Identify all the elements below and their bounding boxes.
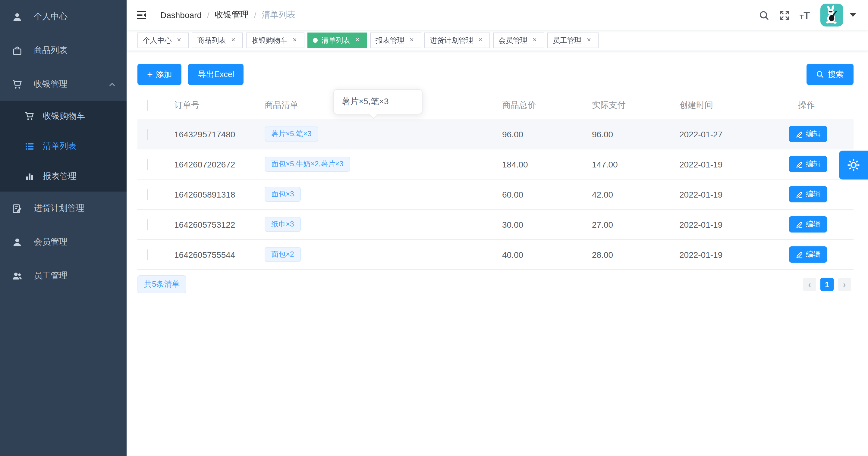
sidebar-toggle-hamburger-icon[interactable] (135, 9, 148, 21)
close-icon[interactable]: × (585, 36, 593, 44)
sidebar-item-reports[interactable]: 报表管理 (0, 161, 127, 192)
paid-amount: 28.00 (592, 250, 679, 259)
sidebar-item-products[interactable]: 商品列表 (0, 34, 127, 67)
close-icon[interactable]: × (407, 36, 416, 44)
search-icon[interactable] (758, 9, 770, 21)
sidebar-item-label: 清单列表 (43, 141, 76, 152)
tab-purchase-plan[interactable]: 进货计划管理× (424, 33, 490, 48)
tab-profile[interactable]: 个人中心× (137, 33, 189, 48)
tooltip-text: 薯片×5,笔×3 (342, 96, 389, 106)
breadcrumb-separator: / (207, 10, 210, 20)
row-checkbox[interactable] (147, 129, 148, 139)
items-tag[interactable]: 面包×2 (265, 247, 301, 262)
tab-label: 商品列表 (197, 33, 226, 47)
created-date: 2022-01-19 (679, 250, 789, 259)
prev-page-button[interactable]: ‹ (803, 278, 816, 291)
close-icon[interactable]: × (175, 36, 183, 44)
col-header-paid: 实际支付 (592, 100, 679, 111)
tab-reports[interactable]: 报表管理× (370, 33, 421, 48)
sidebar-item-label: 收银管理 (34, 79, 67, 90)
order-no: 1642605891318 (174, 190, 265, 199)
breadcrumb: Dashboard / 收银管理 / 清单列表 (160, 10, 296, 21)
edit-button[interactable]: 编辑 (789, 156, 827, 172)
edit-button[interactable]: 编辑 (789, 247, 827, 263)
export-button-label: 导出Excel (198, 69, 234, 80)
caret-down-icon[interactable] (850, 13, 856, 17)
navbar: Dashboard / 收银管理 / 清单列表 (127, 0, 868, 30)
sidebar-item-cashier-cart[interactable]: 收银购物车 (0, 101, 127, 131)
bar-chart-icon (24, 171, 34, 182)
pencil-icon (796, 191, 803, 198)
items-tag[interactable]: 面包×5,牛奶×2,薯片×3 (265, 157, 350, 172)
total-price: 184.00 (502, 159, 592, 169)
breadcrumb-current: 清单列表 (262, 10, 296, 21)
edit-button-label: 编辑 (806, 189, 820, 199)
close-icon[interactable]: × (530, 36, 539, 44)
tab-label: 收银购物车 (251, 33, 287, 47)
add-button[interactable]: +添加 (137, 64, 182, 85)
member-icon (12, 237, 22, 247)
search-icon (816, 70, 824, 78)
current-page[interactable]: 1 (820, 278, 834, 291)
tab-label: 个人中心 (143, 33, 172, 47)
items-tooltip: 薯片×5,笔×3 (333, 89, 423, 115)
tab-staff[interactable]: 员工管理× (547, 33, 598, 48)
total-price: 40.00 (502, 250, 592, 259)
gear-icon (846, 158, 861, 172)
edit-button[interactable]: 编辑 (789, 186, 827, 202)
tab-label: 清单列表 (321, 33, 350, 47)
pencil-icon (796, 251, 803, 258)
close-icon[interactable]: × (290, 36, 299, 44)
edit-button-label: 编辑 (806, 249, 820, 260)
breadcrumb-cashier[interactable]: 收银管理 (215, 10, 249, 21)
text-size-icon[interactable] (799, 9, 811, 21)
table-header: 订单号 商品清单 商品总价 实际支付 创建时间 操作 (137, 92, 854, 119)
toolbar: +添加 导出Excel 搜索 (137, 64, 854, 85)
edit-button[interactable]: 编辑 (789, 126, 827, 142)
select-all-checkbox[interactable] (147, 100, 148, 111)
sidebar-item-label: 进货计划管理 (34, 203, 84, 214)
breadcrumb-separator: / (254, 10, 256, 20)
search-button[interactable]: 搜索 (807, 64, 854, 85)
sidebar-item-label: 商品列表 (34, 45, 67, 56)
row-checkbox[interactable] (147, 219, 148, 230)
add-button-label: 添加 (156, 69, 172, 80)
pencil-icon (796, 130, 803, 138)
sidebar-item-profile[interactable]: 个人中心 (0, 0, 127, 34)
row-checkbox[interactable] (147, 189, 148, 200)
plus-icon: + (147, 70, 153, 79)
active-dot (313, 38, 318, 43)
avatar[interactable] (820, 4, 843, 27)
sidebar-item-label: 会员管理 (34, 237, 67, 248)
close-icon[interactable]: × (353, 36, 362, 44)
close-icon[interactable]: × (229, 36, 238, 44)
items-tag[interactable]: 薯片×5,笔×3 (265, 127, 318, 141)
sidebar-item-cashier[interactable]: 收银管理 (0, 67, 127, 101)
settings-panel-button[interactable] (839, 151, 868, 180)
close-icon[interactable]: × (476, 36, 485, 44)
table-row: 1642605891318 面包×3 60.00 42.00 2022-01-1… (137, 180, 854, 209)
main-area: Dashboard / 收银管理 / 清单列表 (127, 0, 868, 456)
sidebar-item-label: 收银购物车 (43, 111, 85, 122)
created-date: 2022-01-19 (679, 220, 789, 229)
fullscreen-icon[interactable] (778, 9, 790, 21)
created-date: 2022-01-27 (679, 129, 789, 139)
next-page-button[interactable]: › (838, 278, 851, 291)
row-checkbox[interactable] (147, 249, 148, 260)
edit-button[interactable]: 编辑 (789, 216, 827, 232)
row-checkbox[interactable] (147, 159, 148, 170)
sidebar-item-members[interactable]: 会员管理 (0, 225, 127, 259)
items-tag[interactable]: 面包×3 (265, 187, 301, 202)
sidebar-item-purchase-plan[interactable]: 进货计划管理 (0, 192, 127, 225)
paid-amount: 96.00 (592, 129, 679, 139)
sidebar-item-order-list[interactable]: 清单列表 (0, 131, 127, 161)
export-excel-button[interactable]: 导出Excel (188, 64, 244, 85)
items-tag[interactable]: 纸巾×3 (265, 217, 301, 232)
total-price: 96.00 (502, 129, 592, 139)
breadcrumb-dashboard[interactable]: Dashboard (160, 10, 202, 20)
tab-order-list[interactable]: 清单列表× (307, 33, 367, 48)
tab-members[interactable]: 会员管理× (493, 33, 544, 48)
tab-cashier-cart[interactable]: 收银购物车× (246, 33, 304, 48)
sidebar-item-staff[interactable]: 员工管理 (0, 259, 127, 293)
tab-products[interactable]: 商品列表× (192, 33, 243, 48)
